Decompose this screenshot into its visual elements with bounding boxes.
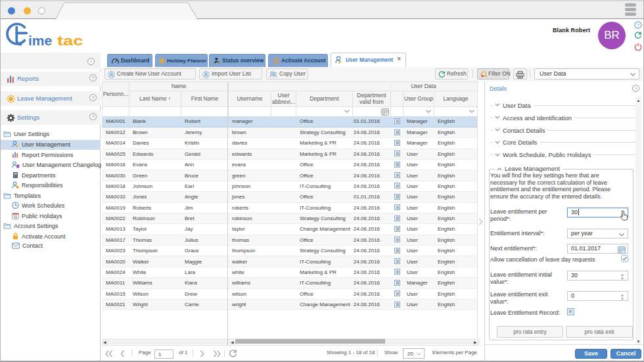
svg-text:tac: tac [57, 33, 83, 48]
svg-text:?: ? [637, 22, 639, 28]
svg-text:ime: ime [28, 33, 52, 48]
svg-text:31: 31 [13, 214, 17, 218]
